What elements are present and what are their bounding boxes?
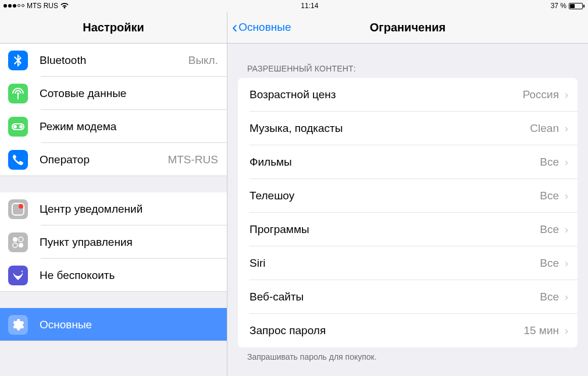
row-music[interactable]: Музыка, подкасты Clean › [238, 112, 578, 145]
signal-strength-icon [3, 4, 24, 8]
sidebar-item-hotspot[interactable]: Режим модема [0, 110, 227, 143]
battery-icon [569, 3, 585, 9]
settings-group: Возрастной ценз Россия › Музыка, подкаст… [238, 78, 578, 348]
row-movies[interactable]: Фильмы Все › [238, 145, 578, 179]
sidebar-list: Bluetooth Выкл. Сотовые данные Режим мод… [0, 44, 227, 376]
chevron-right-icon: › [565, 291, 568, 303]
sidebar-item-carrier[interactable]: Оператор MTS-RUS [0, 143, 227, 176]
svg-point-1 [19, 204, 23, 209]
chevron-right-icon: › [565, 89, 568, 101]
chevron-right-icon: › [565, 190, 568, 202]
svg-point-2 [13, 237, 17, 242]
dnd-icon [8, 266, 28, 285]
chevron-right-icon: › [565, 257, 568, 270]
main-panel: ‹ Основные Ограничения РАЗРЕШЕННЫЙ КОНТЕ… [227, 12, 588, 376]
sidebar-item-control-center[interactable]: Пункт управления [0, 225, 227, 259]
status-bar: MTS RUS 11:14 37 % [0, 0, 588, 12]
row-value: Clean [530, 122, 559, 135]
back-label: Основные [238, 21, 291, 34]
section-header: РАЗРЕШЕННЫЙ КОНТЕНТ: [238, 44, 578, 78]
row-label: Запрос пароля [250, 324, 523, 337]
row-value: Все [540, 156, 559, 169]
sidebar-item-value: MTS-RUS [168, 153, 218, 166]
sidebar-item-label: Основные [40, 318, 218, 331]
row-siri[interactable]: Siri Все › [238, 246, 578, 280]
status-right: 37 % [551, 2, 585, 10]
sidebar-item-label: Bluetooth [40, 54, 188, 67]
section-footer: Запрашивать пароль для покупок. [238, 348, 578, 366]
sidebar-title: Настройки [83, 21, 144, 34]
row-label: Программы [250, 223, 540, 236]
status-left: MTS RUS [3, 2, 69, 10]
chevron-right-icon: › [565, 123, 568, 135]
svg-point-3 [19, 237, 23, 242]
main-body: РАЗРЕШЕННЫЙ КОНТЕНТ: Возрастной ценз Рос… [227, 44, 588, 376]
sidebar-item-label: Не беспокоить [40, 269, 218, 282]
row-value: 15 мин [523, 324, 559, 337]
carrier-label: MTS RUS [27, 2, 58, 10]
cellular-icon [8, 84, 28, 103]
sidebar-item-label: Оператор [40, 153, 168, 166]
chevron-right-icon: › [565, 325, 568, 337]
sidebar-item-cellular[interactable]: Сотовые данные [0, 77, 227, 110]
sidebar-item-notifications[interactable]: Центр уведомлений [0, 192, 227, 225]
notifications-icon [8, 199, 28, 219]
row-password[interactable]: Запрос пароля 15 мин › [238, 314, 578, 348]
settings-sidebar: Настройки Bluetooth Выкл. Сотовые данные [0, 12, 227, 376]
gear-icon [8, 315, 28, 335]
row-value: Все [540, 223, 559, 236]
sidebar-header: Настройки [0, 12, 227, 44]
row-value: Все [540, 257, 559, 270]
row-websites[interactable]: Веб-сайты Все › [238, 280, 578, 314]
sidebar-item-general[interactable]: Основные [0, 308, 227, 341]
wifi-icon [60, 3, 69, 9]
battery-percent: 37 % [551, 2, 566, 10]
chevron-left-icon: ‹ [232, 19, 237, 35]
phone-icon [8, 150, 28, 170]
back-button[interactable]: ‹ Основные [227, 19, 295, 35]
svg-point-4 [13, 243, 17, 248]
chevron-right-icon: › [565, 156, 568, 169]
main-header: ‹ Основные Ограничения [227, 12, 588, 44]
sidebar-item-bluetooth[interactable]: Bluetooth Выкл. [0, 44, 227, 77]
sidebar-item-label: Режим модема [40, 120, 218, 133]
row-tv[interactable]: Телешоу Все › [238, 179, 578, 213]
row-label: Фильмы [250, 156, 540, 169]
row-value: Все [540, 291, 559, 303]
row-value: Россия [523, 88, 559, 101]
row-label: Возрастной ценз [250, 88, 523, 101]
row-ratings[interactable]: Возрастной ценз Россия › [238, 78, 578, 112]
sidebar-item-label: Центр уведомлений [40, 203, 218, 216]
page-title: Ограничения [370, 21, 446, 34]
chevron-right-icon: › [565, 224, 568, 236]
bluetooth-icon [8, 51, 28, 70]
sidebar-item-label: Пункт управления [40, 236, 218, 249]
row-label: Музыка, подкасты [250, 122, 530, 135]
svg-point-5 [19, 243, 23, 248]
sidebar-item-label: Сотовые данные [40, 87, 218, 100]
row-label: Siri [250, 257, 540, 270]
row-label: Телешоу [250, 189, 540, 202]
sidebar-item-value: Выкл. [188, 54, 218, 67]
hotspot-icon [8, 117, 28, 137]
control-center-icon [8, 232, 28, 252]
clock: 11:14 [301, 2, 318, 10]
row-label: Веб-сайты [250, 291, 540, 303]
row-value: Все [540, 189, 559, 202]
sidebar-item-dnd[interactable]: Не беспокоить [0, 259, 227, 292]
row-apps[interactable]: Программы Все › [238, 213, 578, 246]
